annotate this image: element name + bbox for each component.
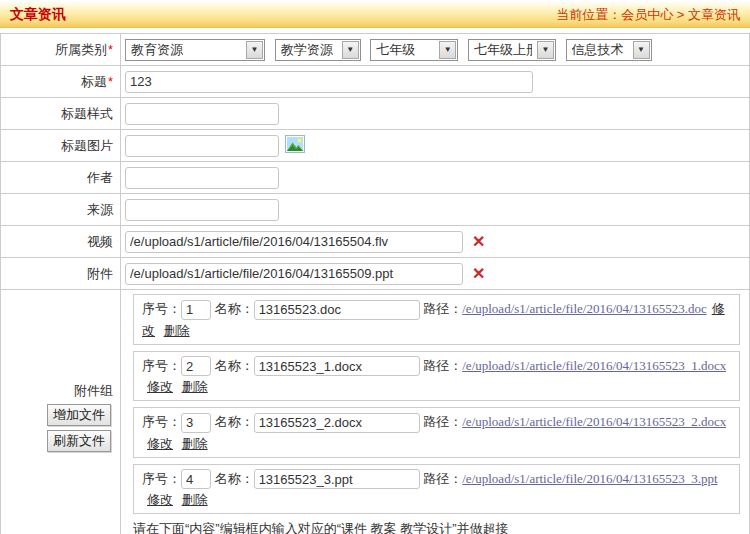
breadcrumb-separator: > <box>677 7 685 22</box>
category-select-level5[interactable]: 信息技术▼ <box>566 39 652 61</box>
category-label: 所属类别 <box>55 42 107 57</box>
modify-link[interactable]: 修改 <box>147 492 173 507</box>
row-title: 标题* <box>1 66 750 98</box>
path-label: 路径： <box>423 301 462 316</box>
chevron-down-icon[interactable]: ▼ <box>439 41 456 59</box>
name-label: 名称： <box>215 358 254 373</box>
author-label: 作者 <box>87 170 113 185</box>
delete-x-icon[interactable]: ✕ <box>472 234 485 250</box>
delete-link[interactable]: 删除 <box>164 323 190 338</box>
page-title: 文章资讯 <box>10 6 66 24</box>
path-label: 路径： <box>423 471 462 486</box>
row-attachment-group: 附件组 增加文件 刷新文件 序号： 名称： 路径：/e/upload/s1/ar… <box>1 290 750 534</box>
attachment-row-2: 序号： 名称： 路径：/e/upload/s1/article/file/201… <box>133 351 740 402</box>
attachment-path-input[interactable] <box>125 263 463 285</box>
seq-input[interactable] <box>181 356 211 376</box>
file-path-link[interactable]: /e/upload/s1/article/file/2016/04/131655… <box>462 471 717 486</box>
path-label: 路径： <box>423 414 462 429</box>
title-image-label: 标题图片 <box>61 138 113 153</box>
file-path-link[interactable]: /e/upload/s1/article/file/2016/04/131655… <box>462 358 726 373</box>
file-name-input[interactable] <box>254 469 420 489</box>
file-name-input[interactable] <box>254 413 420 433</box>
row-category: 所属类别* 教育资源▼ 教学资源▼ 七年级▼ 七年级上册▼ 信息技术▼ <box>1 34 750 66</box>
attachment-row-3: 序号： 名称： 路径：/e/upload/s1/article/file/201… <box>133 407 740 458</box>
source-label: 来源 <box>87 202 113 217</box>
seq-label: 序号： <box>142 358 181 373</box>
category-select-level1[interactable]: 教育资源▼ <box>125 39 265 61</box>
chevron-down-icon[interactable]: ▼ <box>246 41 263 59</box>
refresh-file-button[interactable]: 刷新文件 <box>47 430 111 452</box>
seq-input[interactable] <box>181 413 211 433</box>
row-attachment: 附件 ✕ <box>1 258 750 290</box>
video-path-input[interactable] <box>125 231 463 253</box>
add-file-button[interactable]: 增加文件 <box>47 404 111 426</box>
file-name-input[interactable] <box>254 300 420 320</box>
required-mark: * <box>108 42 113 57</box>
video-label: 视频 <box>87 234 113 249</box>
row-title-image: 标题图片 <box>1 130 750 162</box>
file-path-link[interactable]: /e/upload/s1/article/file/2016/04/131655… <box>462 414 726 429</box>
chevron-down-icon[interactable]: ▼ <box>633 41 650 59</box>
title-style-label: 标题样式 <box>61 106 113 121</box>
required-mark: * <box>108 74 113 89</box>
category-select-level4[interactable]: 七年级上册▼ <box>468 39 556 61</box>
modify-link[interactable]: 修改 <box>147 379 173 394</box>
name-label: 名称： <box>215 414 254 429</box>
seq-label: 序号： <box>142 301 181 316</box>
breadcrumb-link-member-center[interactable]: 会员中心 <box>621 7 673 22</box>
chevron-down-icon[interactable]: ▼ <box>537 41 554 59</box>
author-input[interactable] <box>125 167 279 189</box>
source-input[interactable] <box>125 199 279 221</box>
seq-label: 序号： <box>142 414 181 429</box>
delete-link[interactable]: 删除 <box>182 492 208 507</box>
breadcrumb: 当前位置：会员中心 > 文章资讯 <box>556 6 740 24</box>
delete-x-icon[interactable]: ✕ <box>472 266 485 282</box>
title-style-input[interactable] <box>125 103 279 125</box>
image-icon[interactable] <box>285 141 305 156</box>
attachment-group-note: 请在下面“内容”编辑框内输入对应的“课件 教案 教学设计”并做超接 <box>133 520 743 534</box>
file-name-input[interactable] <box>254 356 420 376</box>
chevron-down-icon[interactable]: ▼ <box>342 41 359 59</box>
title-label: 标题 <box>81 74 107 89</box>
title-input[interactable] <box>125 71 533 93</box>
seq-label: 序号： <box>142 471 181 486</box>
name-label: 名称： <box>215 471 254 486</box>
name-label: 名称： <box>215 301 254 316</box>
seq-input[interactable] <box>181 300 211 320</box>
attachment-row-4: 序号： 名称： 路径：/e/upload/s1/article/file/201… <box>133 464 740 515</box>
category-value-cell: 教育资源▼ 教学资源▼ 七年级▼ 七年级上册▼ 信息技术▼ <box>121 34 750 66</box>
path-label: 路径： <box>423 358 462 373</box>
attachment-label: 附件 <box>87 266 113 281</box>
row-title-style: 标题样式 <box>1 98 750 130</box>
breadcrumb-current-page: 文章资讯 <box>688 7 740 22</box>
row-video: 视频 ✕ <box>1 226 750 258</box>
category-select-level2[interactable]: 教学资源▼ <box>275 39 361 61</box>
seq-input[interactable] <box>181 469 211 489</box>
delete-link[interactable]: 删除 <box>182 379 208 394</box>
row-source: 来源 <box>1 194 750 226</box>
article-info-page: 文章资讯 当前位置：会员中心 > 文章资讯 所属类别* 教育资源▼ 教学资源▼ … <box>0 0 750 534</box>
breadcrumb-prefix: 当前位置： <box>556 7 621 22</box>
file-path-link[interactable]: /e/upload/s1/article/file/2016/04/131655… <box>462 301 706 316</box>
delete-link[interactable]: 删除 <box>182 436 208 451</box>
title-image-input[interactable] <box>125 135 279 157</box>
article-form-table: 所属类别* 教育资源▼ 教学资源▼ 七年级▼ 七年级上册▼ 信息技术▼ 标题* … <box>0 33 750 534</box>
attachment-group-label: 附件组 <box>1 382 113 400</box>
attachment-row-1: 序号： 名称： 路径：/e/upload/s1/article/file/201… <box>133 294 740 345</box>
category-select-level3[interactable]: 七年级▼ <box>370 39 458 61</box>
category-label-cell: 所属类别* <box>1 34 121 66</box>
row-author: 作者 <box>1 162 750 194</box>
modify-link[interactable]: 修改 <box>147 436 173 451</box>
page-header: 文章资讯 当前位置：会员中心 > 文章资讯 <box>0 2 750 28</box>
